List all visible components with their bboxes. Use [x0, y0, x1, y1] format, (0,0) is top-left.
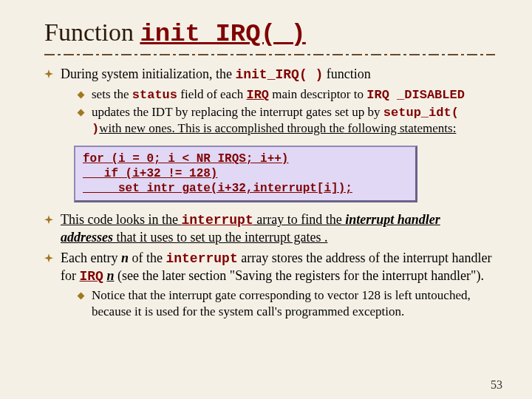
- title-plain: Function: [44, 18, 140, 46]
- bullet-list-level1: During system initialization, the init_I…: [44, 66, 495, 137]
- bullet-list-level1-b: This code looks in the interrupt array t…: [44, 211, 495, 319]
- bullet-2: This code looks in the interrupt array t…: [44, 211, 495, 245]
- bullet-3-sublist: Notice that the interrupt gate correspon…: [61, 287, 495, 319]
- bullet-1-text2: function: [323, 66, 371, 81]
- page-number: 53: [491, 378, 502, 392]
- code-line-2: if (i+32 != 128): [83, 166, 408, 181]
- bullet-1-sublist: sets the status field of each IRQ main d…: [61, 86, 495, 137]
- bullet-3a: Notice that the interrupt gate correspon…: [78, 287, 495, 319]
- bullet-1: During system initialization, the init_I…: [44, 66, 495, 137]
- irq-underline-2: IRQ: [80, 269, 103, 284]
- code-block-wrap: for (i = 0; i < NR_IRQS; i++) if (i+32 !…: [74, 146, 495, 202]
- bullet-1-text: During system initialization, the: [61, 66, 235, 81]
- irq-underline: IRQ: [246, 88, 269, 102]
- code-block: for (i = 0; i < NR_IRQS; i++) if (i+32 !…: [74, 146, 417, 202]
- code-line-1: for (i = 0; i < NR_IRQS; i++): [83, 151, 408, 166]
- title-code: init_IRQ( ): [140, 20, 305, 48]
- divider: [44, 54, 495, 55]
- bullet-1b: updates the IDT by replacing the interru…: [78, 104, 495, 137]
- bullet-1a: sets the status field of each IRQ main d…: [78, 86, 495, 103]
- bullet-3: Each entry n of the interrupt array stor…: [44, 250, 495, 319]
- slide-title: Function init_IRQ( ): [44, 18, 495, 48]
- bullet-1-code: init_IRQ( ): [235, 67, 323, 82]
- code-line-3: set_intr_gate(i+32,interrupt[i]);: [83, 181, 408, 196]
